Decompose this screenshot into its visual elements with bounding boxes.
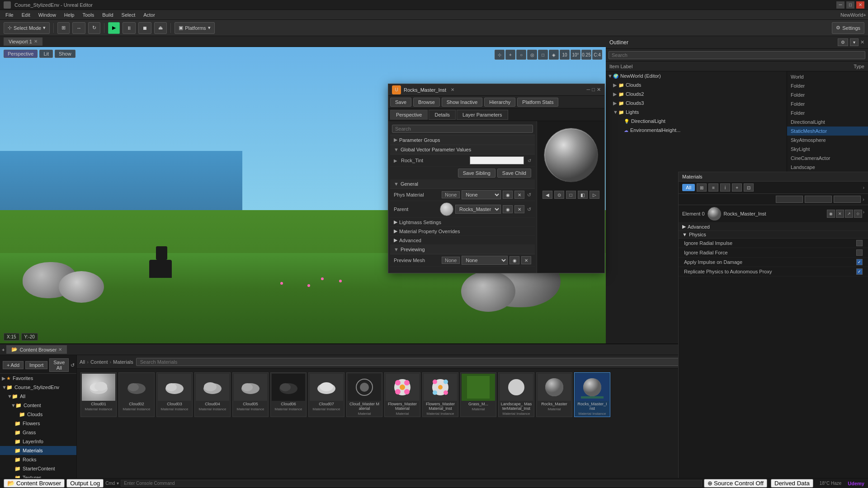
mat-tab-details[interactable]: Details — [429, 110, 456, 120]
maximize-button[interactable]: □ — [846, 1, 854, 9]
status-content-browser-btn[interactable]: 📂 Content Browser — [4, 479, 65, 488]
window-controls[interactable]: ─ □ ✕ — [836, 1, 864, 9]
root-folder[interactable]: ▼ 📁 Course_StylizedEnv — [0, 383, 76, 392]
asset-cloud07[interactable]: Cloud07 Material Instance — [308, 372, 344, 417]
parent-select[interactable]: Rocks_Master — [455, 205, 501, 214]
path-all[interactable]: All — [80, 359, 85, 365]
pause-button[interactable]: ⏸ — [123, 22, 136, 34]
asset-cloud03[interactable]: Cloud03 Material Instance — [156, 372, 193, 417]
content-browser-tab-close[interactable]: ✕ — [58, 347, 62, 352]
mat-show-inactive-button[interactable]: Show Inactive — [442, 98, 482, 107]
advanced-mat-section[interactable]: ▶ Advanced — [679, 223, 868, 231]
global-vector-section[interactable]: ▼ Global Vector Parameter Values — [390, 145, 535, 155]
mat-tab-layer-params[interactable]: Layer Parameters — [457, 110, 508, 120]
rocks-add-btn[interactable]: + — [732, 183, 742, 192]
sidebar-rocks[interactable]: 📁 Rocks — [0, 455, 76, 464]
expand-right-icon[interactable]: › — [863, 197, 864, 202]
close-button[interactable]: ✕ — [856, 1, 864, 9]
elem-expand-icon[interactable]: › — [863, 210, 864, 218]
tree-item-clouds2[interactable]: ▶ 📁 Clouds2 — [606, 89, 787, 99]
menu-tools[interactable]: Tools — [79, 11, 98, 19]
snap-button[interactable]: ⊞ — [57, 22, 70, 34]
ignore-radial-force-check[interactable] — [856, 249, 863, 256]
prev-ctrl-2[interactable]: ⊙ — [554, 191, 564, 199]
tree-item-world[interactable]: ▼ 🌍 NewWorld (Editor) — [606, 71, 787, 80]
preview-clear-btn[interactable]: ✕ — [521, 256, 531, 264]
tree-item-directional-light[interactable]: 💡 DirectionalLight — [606, 117, 787, 126]
apply-impulse-check[interactable]: ✓ — [856, 259, 863, 265]
replicate-physics-check[interactable]: ✓ — [856, 268, 863, 275]
rocks-grid-btn[interactable]: ⊞ — [697, 183, 707, 192]
physics-section[interactable]: ▼ Physics — [679, 231, 868, 239]
vp-icon-3[interactable]: ○ — [516, 50, 526, 60]
sidebar-grass[interactable]: 📁 Grass — [0, 428, 76, 437]
source-control-btn[interactable]: ⊕ Source Control Off — [704, 479, 767, 488]
coord-x-input[interactable]: 120.0 — [776, 196, 803, 203]
eject-button[interactable]: ⏏ — [154, 22, 167, 34]
mat-hierarchy-button[interactable]: Hierarchy — [484, 98, 515, 107]
favorites-folder[interactable]: ▶ ★ Favorites — [0, 374, 76, 383]
phys-reset-icon[interactable]: ↺ — [527, 192, 531, 198]
perspective-button[interactable]: Perspective — [4, 50, 38, 58]
sidebar-layerinfo[interactable]: 📁 LayerInfo — [0, 437, 76, 446]
vp-angle-val[interactable]: 10° — [571, 50, 580, 60]
elem-browse-btn[interactable]: ◉ — [827, 210, 835, 218]
vp-icon-2[interactable]: + — [505, 50, 515, 60]
tree-item-env-height[interactable]: ☁ EnvironmentalHeight... — [606, 126, 787, 135]
viewport-tab-close[interactable]: ✕ — [34, 39, 38, 44]
mat-editor-close-btn-2[interactable]: ✕ — [597, 87, 601, 93]
cmd-dropdown-icon[interactable]: ▾ — [117, 481, 119, 486]
menu-select[interactable]: Select — [118, 11, 139, 19]
menu-file[interactable]: File — [2, 11, 17, 19]
elem-clear-btn[interactable]: ✕ — [836, 210, 844, 218]
prev-ctrl-5[interactable]: ▷ — [590, 191, 599, 199]
outliner-search-input[interactable] — [609, 51, 865, 59]
menu-actor[interactable]: Actor — [140, 11, 159, 19]
mat-tab-perspective[interactable]: Perspective — [390, 110, 428, 120]
asset-landscape-inst[interactable]: Landscape_ MasterMaterial_Inst Material … — [498, 372, 534, 417]
phys-material-browse-btn[interactable]: ◉ — [503, 191, 513, 199]
parent-browse-btn[interactable]: ◉ — [503, 205, 513, 213]
stop-button[interactable]: ⏹ — [138, 22, 151, 34]
mat-platform-stats-button[interactable]: Platform Stats — [517, 98, 558, 107]
save-all-button[interactable]: Save All — [49, 358, 69, 372]
asset-grass[interactable]: Grass_M... Material — [460, 372, 496, 417]
asset-flowers-inst[interactable]: Flowers_Master Material_Inst Material In… — [422, 372, 458, 417]
outliner-filter-button[interactable]: ▾ — [850, 38, 859, 46]
elem-find-btn[interactable]: ⊹ — [854, 210, 862, 218]
vp-zoom-val[interactable]: 0.25 — [581, 50, 591, 60]
select-mode-button[interactable]: ⊹ Select Mode ▾ — [4, 22, 50, 34]
save-sibling-button[interactable]: Save Sibling — [458, 169, 495, 178]
settings-button[interactable]: ⚙ Settings — [832, 22, 864, 34]
preview-browse-btn[interactable]: ◉ — [509, 256, 519, 264]
param-groups-section[interactable]: ▶ Parameter Groups — [390, 135, 535, 145]
asset-cloud05[interactable]: Cloud05 Material Instance — [232, 372, 269, 417]
tree-item-clouds[interactable]: ▶ 📁 Clouds — [606, 80, 787, 89]
advanced-section[interactable]: ▶ Advanced — [390, 236, 535, 245]
show-button[interactable]: Show — [55, 50, 75, 58]
status-output-log-btn[interactable]: Output Log — [66, 479, 104, 488]
sidebar-starter[interactable]: 📁 StarterContent — [0, 464, 76, 473]
save-child-button[interactable]: Save Child — [497, 169, 531, 178]
refresh-icon[interactable]: ↺ — [71, 362, 75, 368]
outliner-close-button[interactable]: ✕ — [860, 39, 864, 45]
rotate-button[interactable]: ↻ — [88, 22, 100, 34]
asset-cloud04[interactable]: Cloud04 Material Instance — [194, 372, 231, 417]
previewing-section[interactable]: ▼ Previewing — [390, 245, 535, 254]
mat-editor-minimize-btn[interactable]: ─ — [587, 87, 590, 93]
asset-flowers-master[interactable]: Flowers_Master Material Material — [384, 372, 420, 417]
vp-icon-4[interactable]: ◎ — [527, 50, 537, 60]
path-materials[interactable]: Materials — [113, 359, 133, 365]
vp-icon-1[interactable]: ⊹ — [495, 50, 505, 60]
coord-y-input[interactable]: 0.0 — [805, 196, 832, 203]
add-button[interactable]: + Add — [3, 361, 24, 369]
cb-expand-icon[interactable]: + — [2, 347, 5, 352]
transform-button[interactable]: ↔ — [72, 22, 85, 34]
coord-z-input[interactable]: 1.0 — [834, 196, 861, 203]
outliner-settings-button[interactable]: ⚙ — [838, 38, 848, 46]
derived-data-btn[interactable]: Derived Data — [771, 479, 813, 488]
rocks-info-btn[interactable]: i — [720, 183, 730, 192]
sidebar-flowers[interactable]: 📁 Flowers — [0, 419, 76, 428]
parent-clear-btn[interactable]: ✕ — [514, 205, 524, 213]
prev-ctrl-3[interactable]: □ — [566, 191, 576, 199]
